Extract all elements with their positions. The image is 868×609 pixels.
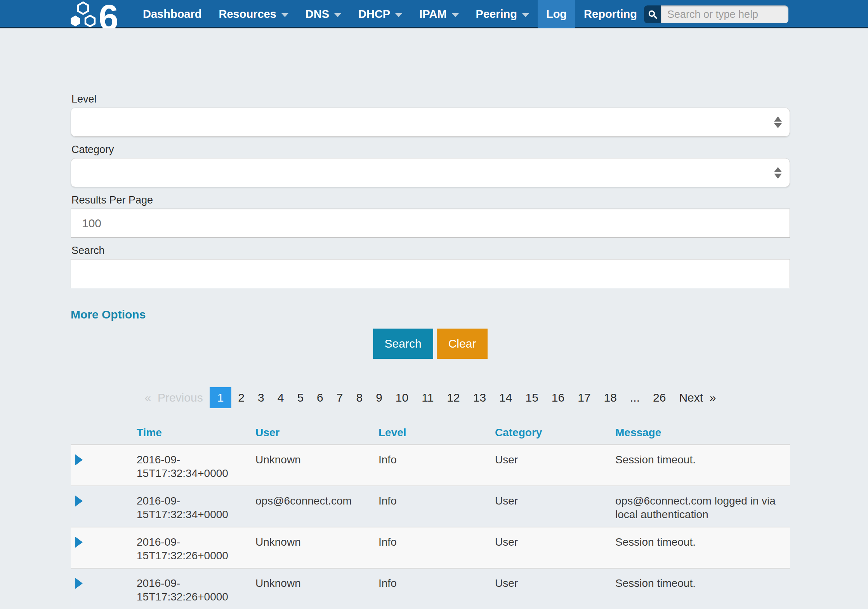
table-row: 2016-09-15T17:32:34+0000 ops@6connect.co… (71, 486, 790, 527)
search-label: Search (71, 244, 790, 257)
cell-category: User (495, 494, 615, 508)
cell-category: User (495, 453, 615, 466)
cell-message: Session timeout. (615, 535, 790, 549)
expand-arrow-icon[interactable] (75, 496, 83, 506)
more-options-link[interactable]: More Options (71, 308, 146, 322)
pagination-page-10[interactable]: 10 (389, 387, 415, 408)
column-header-message[interactable]: Message (615, 426, 790, 439)
arrow-cell (71, 576, 137, 592)
cell-level: Info (378, 494, 495, 508)
previous-arrow-icon: « (145, 391, 151, 404)
nav-item-resources[interactable]: Resources (210, 0, 297, 28)
select-spinner-icon (774, 115, 782, 130)
cell-message: ops@6connect.com logged in via local aut… (615, 494, 790, 521)
arrow-cell (71, 535, 137, 551)
pagination-page-4[interactable]: 4 (271, 387, 291, 408)
pagination-page-15[interactable]: 15 (519, 387, 545, 408)
pagination-page-1-active[interactable]: 1 (210, 387, 232, 408)
cell-message: Session timeout. (615, 453, 790, 466)
spinner-up-icon (774, 117, 782, 122)
pagination-next[interactable]: Next » (672, 387, 722, 408)
cell-user: Unknown (255, 576, 378, 590)
navbar-search-button[interactable] (644, 5, 661, 23)
nav-item-dhcp[interactable]: DHCP (350, 0, 411, 28)
nav-item-reporting[interactable]: Reporting (575, 0, 646, 28)
pagination-page-3[interactable]: 3 (251, 387, 271, 408)
spinner-down-icon (774, 123, 782, 128)
cell-message: Session timeout. (615, 576, 790, 590)
brand-logo[interactable]: 6 (70, 0, 124, 28)
level-select[interactable] (71, 108, 790, 137)
cell-time: 2016-09-15T17:32:34+0000 (137, 494, 255, 521)
cell-level: Info (378, 453, 495, 466)
category-select[interactable] (71, 158, 790, 187)
brand-numeral: 6 (99, 0, 118, 28)
level-label: Level (71, 93, 790, 105)
pagination-page-2[interactable]: 2 (231, 387, 251, 408)
table-row: 2016-09-15T17:32:34+0000 Unknown Info Us… (71, 445, 790, 486)
table-row: 2016-09-15T17:32:26+0000 Unknown Info Us… (71, 527, 790, 569)
pagination-ellipsis: ... (623, 387, 646, 408)
cell-level: Info (378, 576, 495, 590)
arrow-cell (71, 453, 137, 468)
navbar-search-input[interactable] (661, 5, 788, 23)
column-header-level[interactable]: Level (378, 426, 495, 439)
pagination-page-13[interactable]: 13 (467, 387, 493, 408)
form-buttons: Search Clear (71, 329, 790, 359)
cell-user: Unknown (255, 535, 378, 549)
expand-arrow-icon[interactable] (75, 454, 83, 465)
spinner-down-icon (774, 174, 782, 179)
table-row: 2016-09-15T17:32:26+0000 Unknown Info Us… (71, 569, 790, 609)
nav-item-log[interactable]: Log (538, 0, 575, 28)
chevron-down-icon (281, 13, 288, 17)
pagination-page-6[interactable]: 6 (310, 387, 330, 408)
pagination-page-14[interactable]: 14 (493, 387, 519, 408)
spinner-up-icon (774, 167, 782, 172)
column-header-time[interactable]: Time (137, 426, 255, 439)
cell-category: User (495, 535, 615, 549)
log-table: TimeUserLevelCategoryMessage 2016-09-15T… (71, 426, 790, 609)
expand-arrow-icon[interactable] (75, 578, 83, 589)
search-icon (648, 10, 657, 19)
column-header-category[interactable]: Category (495, 426, 615, 439)
nav-item-dns[interactable]: DNS (297, 0, 350, 28)
log-table-body: 2016-09-15T17:32:34+0000 Unknown Info Us… (71, 445, 790, 609)
cell-category: User (495, 576, 615, 590)
chevron-down-icon (334, 13, 341, 17)
nav-item-peering[interactable]: Peering (467, 0, 538, 28)
arrow-cell (71, 494, 137, 510)
nav-item-ipam[interactable]: IPAM (411, 0, 467, 28)
cell-user: ops@6connect.com (255, 494, 378, 508)
column-header-user[interactable]: User (255, 426, 378, 439)
nav-item-dashboard[interactable]: Dashboard (134, 0, 210, 28)
hexagon-logo-icon: 6 (70, 0, 124, 28)
log-page-content: Level Category Results Per Page Search M… (71, 28, 790, 609)
pagination-page-26[interactable]: 26 (646, 387, 672, 408)
pagination-page-9[interactable]: 9 (369, 387, 389, 408)
pagination-page-11[interactable]: 11 (415, 387, 440, 408)
chevron-down-icon (522, 13, 529, 17)
search-button[interactable]: Search (373, 329, 433, 359)
pagination-page-16[interactable]: 16 (545, 387, 571, 408)
navbar-search (644, 5, 788, 23)
clear-button[interactable]: Clear (437, 329, 488, 359)
filled-hexagon-icon (71, 16, 80, 26)
main-nav: Dashboard Resources DNS DHCP IPAM Peerin… (134, 0, 646, 27)
pagination-page-8[interactable]: 8 (349, 387, 369, 408)
expand-arrow-icon[interactable] (75, 537, 83, 548)
results-per-page-label: Results Per Page (71, 194, 790, 206)
cell-time: 2016-09-15T17:32:26+0000 (137, 535, 255, 562)
cell-time: 2016-09-15T17:32:26+0000 (137, 576, 255, 604)
cell-user: Unknown (255, 453, 378, 466)
pagination-page-17[interactable]: 17 (571, 387, 597, 408)
select-spinner-icon (774, 165, 782, 180)
pagination-previous[interactable]: « Previous (138, 387, 210, 408)
pagination-page-12[interactable]: 12 (440, 387, 466, 408)
pagination-page-5[interactable]: 5 (290, 387, 310, 408)
next-arrow-icon: » (710, 391, 716, 404)
cell-level: Info (378, 535, 495, 549)
search-filter-input[interactable] (71, 259, 790, 288)
pagination-page-18[interactable]: 18 (597, 387, 623, 408)
pagination-page-7[interactable]: 7 (330, 387, 350, 408)
results-per-page-input[interactable] (71, 209, 790, 238)
